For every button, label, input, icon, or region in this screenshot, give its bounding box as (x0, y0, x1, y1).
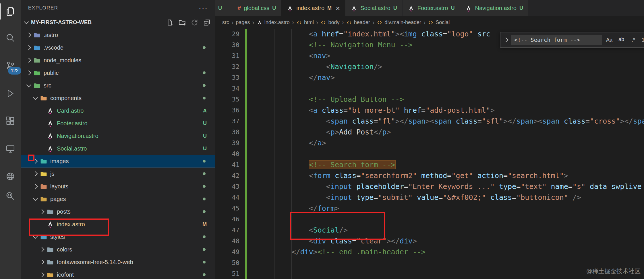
code-line-32[interactable]: <Navigation/> (257, 61, 644, 72)
sidebar-item-icofont[interactable]: icofont (21, 268, 215, 279)
line-number[interactable]: 29 (215, 29, 244, 40)
globe-icon[interactable] (0, 166, 21, 187)
source-control-icon[interactable]: 122 (0, 55, 21, 76)
line-number[interactable]: 48 (215, 236, 244, 247)
sidebar-item-social-astro[interactable]: Social.astroU (21, 142, 215, 155)
sidebar-item-layouts[interactable]: layouts (21, 180, 215, 193)
new-file-icon[interactable] (166, 19, 174, 26)
sidebar-item-vscode[interactable]: .vscode (21, 41, 215, 54)
sidebar-item-fontawesome-free-5-14-0-web[interactable]: fontawesome-free-5.14.0-web (21, 256, 215, 268)
annotation-red-square (28, 155, 34, 161)
line-number[interactable]: 42 (215, 170, 244, 181)
code-line-41[interactable]: <!-- Search form --> (257, 159, 644, 170)
code-line-34[interactable] (257, 83, 644, 94)
line-number[interactable]: 40 (215, 149, 244, 159)
editor-group: U#global.cssUindex.astroM×Social.astroUF… (215, 0, 644, 279)
run-debug-icon[interactable] (0, 83, 21, 104)
breadcrumb-pages[interactable]: pages (236, 19, 250, 26)
line-number[interactable]: 43 (215, 181, 244, 192)
line-number[interactable]: 47 (215, 225, 244, 236)
code-line-43[interactable]: <input placeholder="Enter Keywords ..." … (257, 181, 644, 192)
code-line-49[interactable]: </div><!-- end .main-header --> (257, 247, 644, 257)
line-number[interactable]: 50 (215, 257, 244, 268)
chevron-down-icon (31, 236, 39, 238)
editor[interactable]: 2930313233343536373839404142434445464748… (215, 29, 644, 279)
sidebar-item-components[interactable]: components (21, 92, 215, 104)
tab-index-astro[interactable]: index.astroM× (281, 0, 345, 16)
breadcrumb-src[interactable]: src (222, 19, 229, 26)
sidebar-item-js[interactable]: js (21, 167, 215, 180)
breadcrumb-body[interactable]: body (320, 19, 339, 26)
breadcrumb-social[interactable]: Social (428, 19, 450, 26)
code-line-50[interactable] (257, 257, 644, 268)
sidebar-item-posts[interactable]: posts (21, 205, 215, 218)
sidebar-item-pages[interactable]: pages (21, 193, 215, 205)
tab-navigation-astro[interactable]: Navigation.astroU (460, 0, 529, 16)
line-number[interactable]: 49 (215, 247, 244, 257)
extensions-icon[interactable] (0, 111, 21, 131)
line-number[interactable]: 33 (215, 72, 244, 83)
code-line-36[interactable]: <a class="bt more-bt" href="add-post.htm… (257, 105, 644, 116)
code-review-icon[interactable] (0, 186, 21, 206)
line-number[interactable]: 39 (215, 138, 244, 149)
search-icon[interactable] (0, 28, 21, 48)
more-actions-icon[interactable]: ··· (199, 7, 208, 9)
sidebar-item-colors[interactable]: colors (21, 243, 215, 256)
sidebar-item-footer-astro[interactable]: Footer.astroU (21, 117, 215, 130)
code-line-40[interactable] (257, 149, 644, 159)
line-number[interactable]: 45 (215, 203, 244, 214)
remote-explorer-icon[interactable] (0, 138, 21, 159)
match-case-button[interactable]: Aa (604, 35, 614, 45)
line-number[interactable]: 46 (215, 214, 244, 225)
find-input[interactable]: <!-- Search form --> (511, 35, 602, 45)
whole-word-button[interactable]: ab (616, 35, 626, 45)
line-number[interactable]: 30 (215, 40, 244, 50)
line-number[interactable]: 32 (215, 61, 244, 72)
breadcrumb-index-astro[interactable]: index.astro (257, 19, 290, 26)
line-number[interactable]: 35 (215, 94, 244, 105)
code-line-33[interactable]: </nav> (257, 72, 644, 83)
sidebar-item-navigation-astro[interactable]: Navigation.astroU (21, 130, 215, 142)
line-number[interactable]: 38 (215, 127, 244, 138)
tab-social-astro[interactable]: Social.astroU (345, 0, 403, 16)
code-line-44[interactable]: <input type="submit" value="&#xf002;" cl… (257, 192, 644, 203)
sidebar-item-card-astro[interactable]: Card.astroA (21, 104, 215, 117)
sidebar-item-images[interactable]: images (21, 155, 215, 167)
sidebar-item-node-modules[interactable]: node_modules (21, 54, 215, 67)
tab-partial[interactable]: U (215, 0, 232, 16)
close-icon[interactable]: × (336, 5, 340, 11)
line-number[interactable]: 41 (215, 159, 244, 170)
chevron-right-icon (25, 46, 33, 49)
code-line-39[interactable]: </a> (257, 138, 644, 149)
explorer-icon[interactable] (0, 1, 21, 22)
tab-global-css[interactable]: #global.cssU (232, 0, 281, 16)
toggle-replace-button[interactable] (503, 32, 509, 47)
breadcrumb-label: body (328, 19, 339, 26)
code-line-35[interactable]: <!-- Upload Button --> (257, 94, 644, 105)
sidebar-item-astro[interactable]: .astro (21, 29, 215, 41)
line-number[interactable]: 36 (215, 105, 244, 116)
code-line-31[interactable]: <nav> (257, 50, 644, 61)
sidebar-item-public[interactable]: public (21, 67, 215, 79)
line-number[interactable]: 51 (215, 268, 244, 279)
code-line-51[interactable] (257, 268, 644, 279)
collapse-all-icon[interactable] (203, 19, 211, 26)
new-folder-icon[interactable] (178, 19, 186, 26)
symbol-icon (377, 20, 382, 26)
line-number[interactable]: 44 (215, 192, 244, 203)
breadcrumb-html[interactable]: html (296, 19, 314, 26)
code-line-42[interactable]: <form class="searchform2" method="get" a… (257, 170, 644, 181)
line-number[interactable]: 34 (215, 83, 244, 94)
refresh-icon[interactable] (191, 19, 198, 26)
regex-button[interactable]: .* (628, 35, 638, 45)
breadcrumb-header[interactable]: header (346, 19, 370, 26)
explorer-header: EXPLORER ··· (21, 0, 215, 16)
line-number[interactable]: 37 (215, 116, 244, 127)
line-number[interactable]: 31 (215, 50, 244, 61)
project-root-row[interactable]: MY-FIRST-ASTRO-WEB (21, 16, 215, 29)
sidebar-item-src[interactable]: src (21, 79, 215, 92)
code-line-38[interactable]: <p>Add Post</p> (257, 127, 644, 138)
tab-footer-astro[interactable]: Footer.astroU (403, 0, 460, 16)
code-line-37[interactable]: <span class="fl"></span><span class="sfl… (257, 116, 644, 127)
breadcrumb-div-main-header[interactable]: div.main-header (377, 19, 421, 26)
